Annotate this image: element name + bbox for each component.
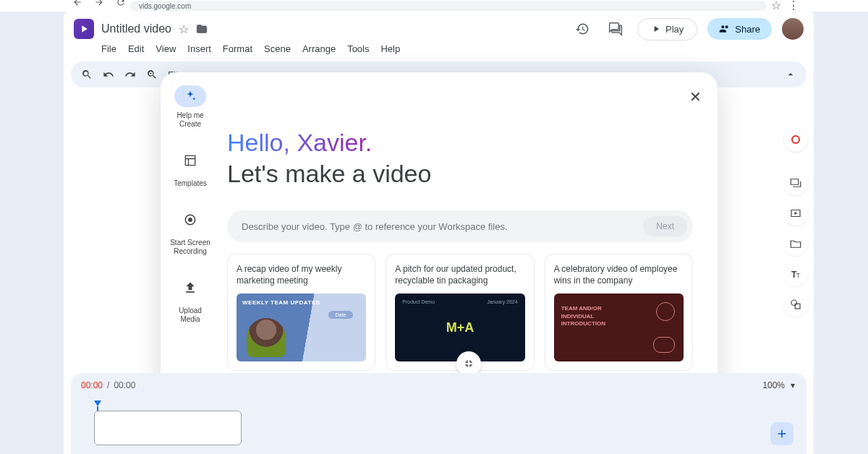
greeting-name: Xavier.	[297, 129, 372, 156]
nav-templates[interactable]: Templates	[174, 146, 207, 188]
rail-text-icon[interactable]: TT	[783, 262, 808, 286]
vids-logo-icon[interactable]	[74, 19, 94, 39]
rail-folder-icon[interactable]	[783, 231, 808, 256]
card-employee-wins[interactable]: A celebratory video of employee wins in …	[545, 254, 693, 371]
back-icon[interactable]	[72, 0, 82, 7]
timeline: 00:00 / 00:00 100% ▾	[71, 373, 807, 454]
reload-icon[interactable]	[116, 0, 126, 7]
card-thumbnail: TEAM AND/OR INDIVIDUAL INTRODUCTION	[554, 294, 684, 361]
scene-placeholder[interactable]	[94, 411, 242, 445]
rail-shapes-icon[interactable]	[783, 292, 808, 317]
comments-icon[interactable]	[604, 17, 627, 40]
sparkle-icon	[174, 85, 206, 107]
thumb-text: TEAM AND/OR INDIVIDUAL INTRODUCTION	[561, 305, 612, 327]
app-header: Untitled video ☆ Play Share	[64, 12, 814, 42]
zoom-icon[interactable]	[146, 69, 158, 80]
nav-upload-media[interactable]: Upload Media	[169, 273, 212, 324]
svg-text:T: T	[796, 273, 800, 279]
record-button[interactable]	[783, 127, 808, 152]
menu-help[interactable]: Help	[380, 43, 400, 54]
greeting-subtitle: Let's make a video	[227, 160, 431, 187]
next-button[interactable]: Next	[643, 216, 687, 236]
card-thumbnail: Date	[237, 294, 366, 361]
undo-icon[interactable]	[103, 69, 114, 80]
bookmark-star-icon[interactable]: ☆	[771, 0, 781, 12]
add-scene-button[interactable]	[770, 422, 793, 445]
menu-scene[interactable]: Scene	[264, 43, 291, 54]
thumb-date: January 2024	[487, 299, 517, 304]
card-title: A celebratory video of employee wins in …	[554, 263, 684, 286]
expand-collapse-icon[interactable]	[456, 351, 481, 376]
thumb-logo: M+A	[446, 320, 475, 335]
greeting-prefix: Hello,	[227, 129, 297, 156]
menu-insert[interactable]: Insert	[187, 43, 211, 54]
current-time: 00:00	[81, 380, 103, 390]
nav-label: Start Screen Recording	[169, 239, 212, 256]
user-avatar[interactable]	[782, 18, 804, 40]
time-separator: /	[107, 380, 109, 390]
svg-point-5	[188, 218, 192, 222]
menu-edit[interactable]: Edit	[128, 43, 144, 54]
card-product-pitch[interactable]: A pitch for our updated product, recycla…	[386, 254, 534, 371]
move-folder-icon[interactable]	[196, 23, 208, 35]
menu-bar: File Edit View Insert Format Scene Arran…	[64, 42, 814, 59]
card-title: A recap video of my weekly marketing mee…	[237, 263, 366, 286]
menu-view[interactable]: View	[156, 43, 176, 54]
total-time: 00:00	[114, 380, 135, 390]
zoom-value: 100%	[762, 380, 785, 390]
zoom-control[interactable]: 100% ▾	[762, 380, 795, 390]
close-icon[interactable]: ✕	[689, 88, 702, 106]
prompt-box: Next	[227, 210, 693, 242]
share-label: Share	[735, 24, 760, 35]
browser-chrome: vids.google.com ☆ ⋮	[0, 0, 868, 12]
menu-format[interactable]: Format	[223, 43, 252, 54]
share-button[interactable]: Share	[707, 18, 772, 40]
redo-icon[interactable]	[124, 69, 136, 80]
play-label: Play	[665, 24, 684, 35]
nav-help-me-create[interactable]: Help me Create	[169, 85, 212, 129]
browser-menu-icon[interactable]: ⋮	[788, 0, 799, 12]
document-title[interactable]: Untitled video	[101, 22, 171, 35]
upload-icon	[176, 273, 205, 302]
history-icon[interactable]	[571, 17, 594, 40]
thumb-label: Product Demo	[402, 299, 435, 304]
people-icon	[719, 23, 731, 35]
nav-label: Templates	[174, 179, 207, 188]
search-icon[interactable]	[81, 69, 93, 80]
rail-media-icon[interactable]	[783, 201, 808, 226]
menu-file[interactable]: File	[101, 43, 116, 54]
greeting: Hello, Xavier. Let's make a video	[227, 127, 693, 189]
thumb-date-badge: Date	[328, 311, 354, 319]
menu-arrange[interactable]: Arrange	[302, 43, 336, 54]
play-icon	[651, 24, 661, 34]
card-title: A pitch for our updated product, recycla…	[395, 263, 524, 286]
chevron-down-icon: ▾	[791, 380, 795, 390]
prompt-input[interactable]	[242, 221, 643, 232]
app-frame: Untitled video ☆ Play Share File Edit Vi…	[64, 12, 814, 454]
record-icon	[791, 135, 800, 144]
star-icon[interactable]: ☆	[179, 22, 189, 36]
time-display: 00:00 / 00:00	[81, 380, 796, 390]
nav-label: Help me Create	[169, 111, 212, 129]
rail-scenes-icon[interactable]	[783, 171, 808, 195]
collapse-toolbar-icon[interactable]	[785, 69, 796, 80]
forward-icon[interactable]	[94, 0, 104, 7]
play-button[interactable]: Play	[637, 18, 697, 40]
url-bar[interactable]: vids.google.com	[130, 1, 767, 11]
templates-icon	[176, 146, 205, 175]
card-recap-video[interactable]: A recap video of my weekly marketing mee…	[227, 254, 375, 371]
right-rail: TT	[783, 127, 808, 317]
record-circle-icon	[176, 205, 205, 234]
card-thumbnail: Product Demo January 2024 M+A	[395, 294, 524, 361]
nav-screen-recording[interactable]: Start Screen Recording	[169, 205, 212, 256]
nav-label: Upload Media	[169, 307, 212, 324]
suggestion-cards: A recap video of my weekly marketing mee…	[227, 254, 693, 371]
menu-tools[interactable]: Tools	[347, 43, 369, 54]
svg-point-2	[791, 300, 797, 306]
